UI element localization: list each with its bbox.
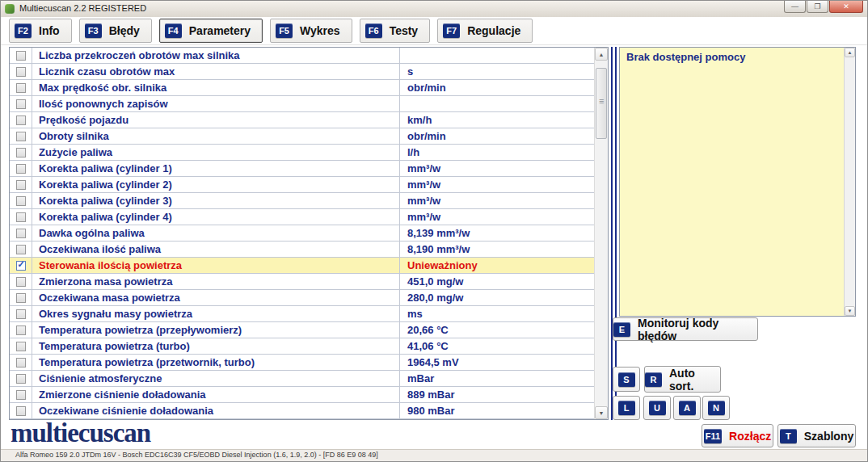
param-value: Unieważniony bbox=[400, 258, 594, 273]
param-value: 980 mBar bbox=[400, 403, 594, 418]
row-checkbox[interactable] bbox=[16, 229, 26, 238]
templates-button[interactable]: T Szablony bbox=[777, 424, 856, 447]
row-checkbox[interactable] bbox=[16, 99, 26, 109]
maximize-button[interactable]: ❐ bbox=[807, 1, 828, 13]
row-checkbox[interactable] bbox=[16, 51, 26, 61]
table-row[interactable]: Ilość ponownych zapisów bbox=[10, 96, 594, 112]
help-scrollbar[interactable]: ▲ ▼ bbox=[844, 48, 855, 316]
row-checkbox[interactable] bbox=[16, 116, 26, 125]
table-row[interactable]: Temperatura powietrza (przetwornik, turb… bbox=[10, 355, 594, 371]
table-row[interactable]: Ciśnienie atmosferyczne mBar bbox=[10, 371, 594, 387]
param-value: mm³/w bbox=[400, 209, 594, 225]
table-row[interactable]: Korekta paliwa (cylinder 3) mm³/w bbox=[10, 193, 594, 209]
table-row[interactable]: Korekta paliwa (cylinder 1) mm³/w bbox=[10, 161, 594, 177]
table-row[interactable]: Liczba przekroczeń obrotów max silnika bbox=[10, 48, 594, 64]
row-checkbox[interactable] bbox=[16, 212, 26, 222]
param-name: Oczekiwane ciśnienie doładowania bbox=[32, 403, 400, 418]
key-e-badge-icon: E bbox=[613, 322, 630, 337]
param-value: 1964,5 mV bbox=[400, 355, 594, 370]
status-bar: Alfa Romeo 159 2.0 JTDm 16V - Bosch EDC1… bbox=[1, 449, 867, 461]
scrollbar-thumb[interactable] bbox=[596, 68, 607, 139]
table-row[interactable]: Dawka ogólna paliwa 8,139 mm³/w bbox=[10, 225, 594, 242]
minimize-button[interactable]: — bbox=[784, 1, 806, 13]
row-checkbox[interactable] bbox=[16, 148, 26, 158]
row-checkbox[interactable] bbox=[16, 261, 26, 271]
tab-testy[interactable]: F6 Testy bbox=[360, 19, 431, 43]
table-row[interactable]: Zużycie paliwa l/h bbox=[10, 145, 594, 161]
param-name: Max prędkość obr. silnika bbox=[32, 80, 400, 95]
panel-splitter[interactable] bbox=[611, 47, 617, 420]
key-n-button[interactable]: N bbox=[702, 396, 730, 420]
table-row[interactable]: Obroty silnika obr/min bbox=[10, 128, 594, 145]
table-row[interactable]: Oczekiwana masa powietrza 280,0 mg/w bbox=[10, 290, 594, 306]
scroll-up-icon[interactable]: ▲ bbox=[595, 48, 608, 61]
monitor-error-codes-button[interactable]: E Monitoruj kody błędów bbox=[613, 317, 758, 341]
table-row[interactable]: Oczekiwana ilość paliwa 8,190 mm³/w bbox=[10, 242, 594, 258]
key-u-button[interactable]: U bbox=[643, 396, 671, 420]
row-checkbox[interactable] bbox=[16, 67, 26, 77]
tab-wykres[interactable]: F5 Wykres bbox=[270, 19, 352, 43]
param-value: s bbox=[400, 64, 594, 79]
help-text: Brak dostępnej pomocy bbox=[620, 48, 855, 66]
row-checkbox[interactable] bbox=[16, 358, 26, 368]
row-checkbox[interactable] bbox=[16, 406, 26, 416]
checkbox-cell bbox=[10, 387, 32, 402]
tab-bledy[interactable]: F3 Błędy bbox=[79, 19, 152, 43]
row-checkbox[interactable] bbox=[16, 309, 26, 319]
table-row[interactable]: Korekta paliwa (cylinder 4) mm³/w bbox=[10, 209, 594, 225]
table-row[interactable]: Temperatura powietrza (turbo) 41,06 °C bbox=[10, 338, 594, 355]
param-name: Obroty silnika bbox=[32, 128, 400, 144]
param-value: ms bbox=[400, 306, 594, 321]
table-row[interactable]: Oczekiwane ciśnienie doładowania 980 mBa… bbox=[10, 403, 594, 419]
row-checkbox[interactable] bbox=[16, 326, 26, 335]
scroll-down-icon[interactable]: ▼ bbox=[595, 406, 608, 419]
checkbox-cell bbox=[10, 290, 32, 305]
app-icon bbox=[5, 4, 15, 14]
table-row[interactable]: Korekta paliwa (cylinder 2) mm³/w bbox=[10, 177, 594, 193]
checkbox-cell bbox=[10, 177, 32, 192]
table-row[interactable]: Okres sygnału masy powietrza ms bbox=[10, 306, 594, 322]
param-value: 889 mBar bbox=[400, 387, 594, 402]
help-panel: Brak dostępnej pomocy ▲ ▼ bbox=[619, 47, 856, 317]
close-button[interactable]: ✕ bbox=[829, 1, 863, 13]
table-row[interactable]: Sterowania ilością powietrza Unieważnion… bbox=[10, 258, 594, 274]
table-row[interactable]: Max prędkość obr. silnika obr/min bbox=[10, 80, 594, 96]
disconnect-button[interactable]: F11 Rozłącz bbox=[702, 424, 773, 447]
row-checkbox[interactable] bbox=[16, 245, 26, 254]
key-l-button[interactable]: L bbox=[613, 396, 640, 420]
table-row[interactable]: Zmierzona masa powietrza 451,0 mg/w bbox=[10, 274, 594, 290]
scroll-up-icon[interactable]: ▲ bbox=[845, 48, 855, 57]
param-value: mBar bbox=[400, 371, 594, 386]
key-a-button[interactable]: A bbox=[673, 396, 701, 420]
table-row[interactable]: Temperatura powietrza (przepływomierz) 2… bbox=[10, 322, 594, 338]
row-checkbox[interactable] bbox=[16, 293, 26, 303]
table-row[interactable]: Prędkość pojazdu km/h bbox=[10, 112, 594, 128]
row-checkbox[interactable] bbox=[16, 374, 26, 384]
row-checkbox[interactable] bbox=[16, 277, 26, 287]
scroll-down-icon[interactable]: ▼ bbox=[845, 306, 855, 316]
table-row[interactable]: Zmierzone ciśnienie doładowania 889 mBar bbox=[10, 387, 594, 403]
row-checkbox[interactable] bbox=[16, 196, 26, 206]
row-checkbox[interactable] bbox=[16, 180, 26, 190]
tab-info[interactable]: F2 Info bbox=[9, 19, 72, 43]
row-checkbox[interactable] bbox=[16, 390, 26, 400]
row-checkbox[interactable] bbox=[16, 132, 26, 141]
param-value: km/h bbox=[400, 112, 594, 128]
button-label: Rozłącz bbox=[729, 430, 771, 443]
fkey-badge-icon: F6 bbox=[365, 23, 382, 38]
checkbox-cell bbox=[10, 80, 32, 95]
auto-sort-button[interactable]: R Auto sort. bbox=[644, 366, 721, 393]
row-checkbox[interactable] bbox=[16, 164, 26, 174]
param-name: Sterowania ilością powietrza bbox=[32, 258, 400, 273]
tab-label: Info bbox=[39, 24, 60, 37]
tab-parametery[interactable]: F4 Parametery bbox=[159, 19, 263, 43]
title-bar: Multiecuscan 2.2 REGISTERED — ❐ ✕ bbox=[1, 1, 867, 18]
table-scrollbar[interactable]: ▲ ▼ bbox=[594, 48, 608, 419]
row-checkbox[interactable] bbox=[16, 83, 26, 93]
tab-regulacje[interactable]: F7 Regulacje bbox=[437, 19, 533, 43]
checkbox-cell bbox=[10, 371, 32, 386]
param-name: Prędkość pojazdu bbox=[32, 112, 400, 128]
table-row[interactable]: Licznik czasu obrotów max s bbox=[10, 64, 594, 80]
sort-button[interactable]: S bbox=[613, 367, 640, 392]
row-checkbox[interactable] bbox=[16, 342, 26, 351]
